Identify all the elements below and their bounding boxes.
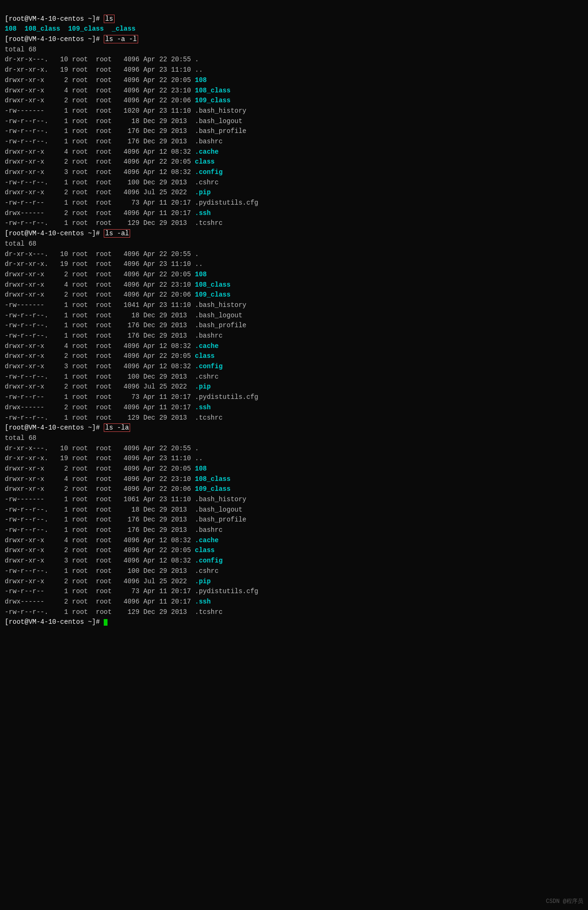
file-row: -rw------- 1 root root 1020 Apr 23 11:10…: [5, 107, 246, 115]
highlighted-file: .config: [195, 363, 223, 370]
file-row: -rw-r--r--. 1 root root 176 Dec 29 2013 …: [5, 127, 246, 135]
dir-entry: _class: [112, 25, 135, 33]
highlighted-file: class: [195, 352, 215, 360]
file-row: drwxr-xr-x 4 root root 4096 Apr 12 08:32…: [5, 148, 219, 156]
file-row: drwxr-xr-x 2 root root 4096 Apr 22 20:05…: [5, 76, 207, 84]
highlighted-file: 109_class: [195, 291, 231, 298]
command-input: ls -al: [104, 229, 130, 238]
file-row: drwxr-xr-x 4 root root 4096 Apr 22 23:10…: [5, 281, 231, 289]
file-row: drwxr-xr-x 3 root root 4096 Apr 12 08:32…: [5, 168, 223, 176]
highlighted-file: 109_class: [195, 485, 231, 493]
file-row: -rw-r--r--. 1 root root 18 Dec 29 2013 .…: [5, 312, 242, 319]
highlighted-file: 108: [195, 465, 207, 472]
file-row: -rw-r--r--. 1 root root 176 Dec 29 2013 …: [5, 526, 223, 534]
highlighted-file: class: [195, 158, 215, 165]
file-row: drwxr-xr-x 2 root root 4096 Jul 25 2022 …: [5, 189, 211, 196]
highlighted-file: .pip: [195, 383, 211, 390]
highlighted-file: .cache: [195, 342, 218, 350]
file-row: drwxr-xr-x 2 root root 4096 Apr 22 20:05…: [5, 352, 215, 360]
file-row: drwxr-xr-x 3 root root 4096 Apr 12 08:32…: [5, 363, 223, 370]
highlighted-file: .cache: [195, 148, 218, 156]
highlighted-file: 108: [195, 271, 207, 278]
highlighted-file: .config: [195, 168, 223, 176]
file-row: dr-xr-xr-x. 19 root root 4096 Apr 23 11:…: [5, 66, 203, 74]
file-row: drwxr-xr-x 2 root root 4096 Apr 22 20:05…: [5, 546, 215, 554]
file-row: dr-xr-xr-x. 19 root root 4096 Apr 23 11:…: [5, 260, 203, 268]
highlighted-file: .pip: [195, 189, 211, 196]
file-row: -rw-r--r--. 1 root root 176 Dec 29 2013 …: [5, 322, 246, 329]
file-row: -rw-r--r--. 1 root root 176 Dec 29 2013 …: [5, 138, 223, 145]
highlighted-file: 108: [195, 76, 207, 84]
file-row: -rw-r--r--. 1 root root 18 Dec 29 2013 .…: [5, 117, 242, 125]
file-row: drwxr-xr-x 2 root root 4096 Apr 22 20:05…: [5, 271, 207, 278]
file-row: drwxr-xr-x 2 root root 4096 Apr 22 20:05…: [5, 158, 215, 165]
dir-entry: 108_class: [25, 25, 60, 33]
file-row: -rw------- 1 root root 1041 Apr 23 11:10…: [5, 301, 246, 309]
highlighted-file: 109_class: [195, 97, 231, 104]
shell-prompt: [root@VM-4-10-centos ~]#: [5, 424, 104, 431]
highlighted-file: .ssh: [195, 209, 211, 217]
file-row: -rw-r--r--. 1 root root 100 Dec 29 2013 …: [5, 373, 219, 381]
file-row: drwxr-xr-x 2 root root 4096 Apr 22 20:05…: [5, 465, 207, 472]
file-row: dr-xr-x---. 10 root root 4096 Apr 22 20:…: [5, 250, 199, 258]
file-row: -rw-r--r--. 1 root root 176 Dec 29 2013 …: [5, 516, 246, 523]
file-row: -rw------- 1 root root 1061 Apr 23 11:10…: [5, 496, 246, 503]
file-row: dr-xr-x---. 10 root root 4096 Apr 22 20:…: [5, 56, 199, 63]
file-row: drwx------ 2 root root 4096 Apr 11 20:17…: [5, 598, 211, 605]
shell-prompt: [root@VM-4-10-centos ~]#: [5, 15, 104, 23]
file-row: dr-xr-xr-x. 19 root root 4096 Apr 23 11:…: [5, 455, 203, 462]
file-row: -rw-r--r-- 1 root root 73 Apr 11 20:17 .…: [5, 393, 258, 401]
file-row: drwxr-xr-x 4 root root 4096 Apr 22 23:10…: [5, 475, 231, 483]
highlighted-file: 108_class: [195, 475, 231, 483]
file-row: -rw-r--r--. 1 root root 100 Dec 29 2013 …: [5, 179, 219, 186]
file-row: drwxr-xr-x 4 root root 4096 Apr 12 08:32…: [5, 537, 219, 544]
command-input: ls -la: [104, 423, 130, 432]
file-row: drwxr-xr-x 2 root root 4096 Apr 22 20:06…: [5, 97, 231, 104]
highlighted-file: .cache: [195, 537, 218, 544]
final-prompt: [root@VM-4-10-centos ~]#: [5, 618, 104, 626]
file-row: -rw-r--r--. 1 root root 18 Dec 29 2013 .…: [5, 506, 242, 513]
shell-prompt: [root@VM-4-10-centos ~]#: [5, 35, 104, 43]
watermark: CSDN @程序员: [546, 897, 583, 905]
file-row: drwx------ 2 root root 4096 Apr 11 20:17…: [5, 404, 211, 411]
highlighted-file: .ssh: [195, 598, 211, 605]
command-input: ls: [104, 15, 115, 23]
cursor-block: [104, 619, 108, 626]
file-row: -rw-r--r-- 1 root root 73 Apr 11 20:17 .…: [5, 587, 258, 595]
file-row: dr-xr-x---. 10 root root 4096 Apr 22 20:…: [5, 445, 199, 452]
file-row: -rw-r--r-- 1 root root 73 Apr 11 20:17 .…: [5, 199, 258, 207]
dir-entry: 108: [5, 25, 17, 33]
highlighted-file: .pip: [195, 578, 211, 585]
terminal-window: [root@VM-4-10-centos ~]# ls 108 108_clas…: [5, 4, 583, 628]
shell-prompt: [root@VM-4-10-centos ~]#: [5, 230, 104, 237]
highlighted-file: .config: [195, 557, 223, 564]
dir-entry: 109_class: [68, 25, 104, 33]
file-row: drwxr-xr-x 2 root root 4096 Apr 22 20:06…: [5, 291, 231, 298]
file-row: drwx------ 2 root root 4096 Apr 11 20:17…: [5, 209, 211, 217]
file-row: drwxr-xr-x 2 root root 4096 Jul 25 2022 …: [5, 578, 211, 585]
highlighted-file: .ssh: [195, 404, 211, 411]
file-row: -rw-r--r--. 1 root root 129 Dec 29 2013 …: [5, 414, 223, 422]
highlighted-file: 108_class: [195, 87, 231, 94]
highlighted-file: 108_class: [195, 281, 231, 289]
file-row: drwxr-xr-x 2 root root 4096 Jul 25 2022 …: [5, 383, 211, 390]
highlighted-file: class: [195, 546, 215, 554]
file-row: drwxr-xr-x 3 root root 4096 Apr 12 08:32…: [5, 557, 223, 564]
file-row: -rw-r--r--. 1 root root 100 Dec 29 2013 …: [5, 567, 219, 575]
file-row: drwxr-xr-x 4 root root 4096 Apr 22 23:10…: [5, 87, 231, 94]
file-row: drwxr-xr-x 2 root root 4096 Apr 22 20:06…: [5, 485, 231, 493]
file-row: -rw-r--r--. 1 root root 129 Dec 29 2013 …: [5, 219, 223, 227]
file-row: drwxr-xr-x 4 root root 4096 Apr 12 08:32…: [5, 342, 219, 350]
file-row: -rw-r--r--. 1 root root 129 Dec 29 2013 …: [5, 608, 223, 616]
command-input: ls -a -l: [104, 35, 138, 43]
file-row: -rw-r--r--. 1 root root 176 Dec 29 2013 …: [5, 332, 223, 339]
